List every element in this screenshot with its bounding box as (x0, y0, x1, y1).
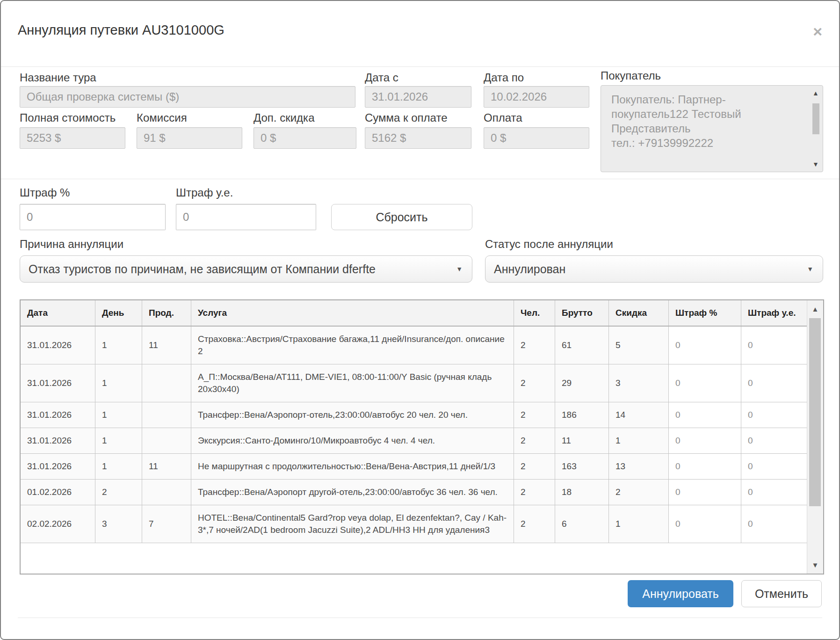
extra-discount-field: 0 $ (253, 127, 356, 149)
modal-title: Аннуляция путевки AU3101000G (18, 22, 224, 38)
penalty-percent-cell[interactable]: 0 (669, 402, 741, 428)
service-cell: А_П::Москва/Вена/AT111, DME-VIE1, 08:00-… (191, 364, 514, 402)
penalty-percent-cell[interactable]: 0 (669, 327, 741, 364)
penalty-currency-cell[interactable]: 0 (741, 480, 807, 505)
table-cell: 7 (142, 505, 191, 543)
date-from-label: Дата с (365, 71, 398, 84)
penalty-currency-cell[interactable]: 0 (741, 364, 807, 402)
penalty-percent-cell[interactable]: 0 (669, 480, 741, 505)
chevron-down-icon: ▼ (807, 265, 813, 273)
cancel-button[interactable]: Отменить (741, 580, 822, 607)
status-after-label: Статус после аннуляции (485, 238, 613, 251)
payment-field: 0 $ (484, 127, 589, 149)
penalty-currency-cell[interactable]: 0 (741, 505, 807, 543)
penalty-percent-input[interactable]: 0 (20, 204, 166, 230)
cancel-reason-select[interactable]: Отказ туристов по причинам, не зависящим… (20, 255, 472, 283)
table-row: 31.01.20261Трансфер::Вена/Аэропорт-отель… (21, 402, 807, 428)
buyer-field[interactable]: Покупатель: Партнер- покупатель122 Тесто… (601, 85, 823, 172)
scroll-down-icon[interactable]: ▼ (807, 561, 823, 569)
commission-field: 91 $ (137, 127, 242, 149)
table-scrollbar[interactable]: ▲ ▼ (807, 300, 823, 574)
scrollbar-thumb[interactable] (809, 318, 821, 506)
column-header: Услуга (191, 300, 514, 326)
table-cell: 01.02.2026 (21, 480, 95, 505)
penalty-percent-label: Штраф % (20, 186, 70, 199)
scroll-up-icon[interactable]: ▲ (809, 89, 823, 97)
commission-label: Комиссия (137, 111, 187, 124)
table-cell: 14 (609, 402, 669, 428)
penalty-currency-input[interactable]: 0 (176, 204, 316, 230)
services-table: ДатаДеньПрод.УслугаЧел.БруттоСкидкаШтраф… (20, 299, 824, 575)
scroll-down-icon[interactable]: ▼ (809, 160, 823, 168)
status-after-value: Аннулирован (494, 262, 565, 276)
penalty-currency-cell[interactable]: 0 (741, 327, 807, 364)
annul-button[interactable]: Аннулировать (628, 580, 733, 607)
penalty-percent-cell[interactable]: 0 (669, 428, 741, 453)
scrollbar-thumb[interactable] (812, 103, 819, 134)
table-row: 31.01.20261А_П::Москва/Вена/AT111, DME-V… (21, 364, 807, 402)
service-cell: Трансфер::Вена/Аэропорт другой-отель,23:… (191, 480, 514, 505)
table-cell: 2 (514, 480, 555, 505)
table-cell: 1 (95, 327, 142, 364)
tour-name-label: Название тура (20, 71, 96, 84)
table-cell: 1 (609, 505, 669, 543)
header-divider (1, 66, 839, 67)
table-cell: 31.01.2026 (21, 428, 95, 453)
reset-button[interactable]: Сбросить (331, 204, 472, 230)
date-from-field: 31.01.2026 (365, 86, 471, 108)
payment-label: Оплата (484, 111, 522, 124)
section-divider (1, 179, 839, 179)
service-cell: Страховка::Австрия/Страхование багажа,11… (191, 327, 514, 364)
column-header: День (95, 300, 142, 326)
buyer-text: Покупатель: Партнер- покупатель122 Тесто… (611, 92, 802, 150)
service-cell: HOTEL::Вена/Continental5 Gard?rop veya d… (191, 505, 514, 543)
service-cell: Трансфер::Вена/Аэропорт-отель,23:00:00/а… (191, 402, 514, 428)
column-header: Чел. (514, 300, 555, 326)
table-cell: 31.01.2026 (21, 454, 95, 479)
table-cell: 2 (514, 428, 555, 453)
extra-discount-label: Доп. скидка (253, 111, 315, 124)
amount-to-pay-field: 5162 $ (365, 127, 471, 149)
date-to-label: Дата по (484, 71, 524, 84)
column-header: Брутто (555, 300, 609, 326)
cancellation-modal: Аннуляция путевки AU3101000G × Название … (0, 0, 840, 640)
column-header: Скидка (609, 300, 669, 326)
buyer-scrollbar[interactable]: ▲ ▼ (809, 86, 823, 172)
penalty-percent-cell[interactable]: 0 (669, 454, 741, 479)
table-cell: 2 (95, 480, 142, 505)
table-row: 31.01.2026111Страховка::Австрия/Страхова… (21, 327, 807, 364)
table-cell: 2 (514, 454, 555, 479)
penalty-percent-cell[interactable]: 0 (669, 505, 741, 543)
status-after-select[interactable]: Аннулирован ▼ (485, 255, 823, 283)
table-row: 02.02.202637HOTEL::Вена/Continental5 Gar… (21, 505, 807, 543)
penalty-currency-cell[interactable]: 0 (741, 428, 807, 453)
penalty-currency-cell[interactable]: 0 (741, 402, 807, 428)
column-header: Штраф % (669, 300, 741, 326)
table-cell: 6 (555, 505, 609, 543)
scroll-up-icon[interactable]: ▲ (807, 305, 823, 313)
full-cost-field: 5253 $ (20, 127, 125, 149)
table-cell: 186 (555, 402, 609, 428)
table-cell: 2 (514, 505, 555, 543)
chevron-down-icon: ▼ (456, 265, 463, 273)
table-cell: 1 (609, 428, 669, 453)
table-header-row: ДатаДеньПрод.УслугаЧел.БруттоСкидкаШтраф… (21, 300, 807, 327)
footer-divider (18, 618, 822, 618)
table-cell: 2 (609, 480, 669, 505)
table-cell (142, 480, 191, 505)
table-cell (142, 402, 191, 428)
buyer-label: Покупатель (601, 69, 661, 82)
table-cell: 3 (609, 364, 669, 402)
penalty-currency-cell[interactable]: 0 (741, 454, 807, 479)
close-icon[interactable]: × (813, 23, 822, 39)
penalty-percent-cell[interactable]: 0 (669, 364, 741, 402)
table-cell: 3 (95, 505, 142, 543)
table-row: 01.02.20262Трансфер::Вена/Аэропорт друго… (21, 480, 807, 505)
table-cell: 163 (555, 454, 609, 479)
date-to-field: 10.02.2026 (484, 86, 589, 108)
amount-to-pay-label: Сумма к оплате (365, 111, 447, 124)
full-cost-label: Полная стоимость (20, 111, 116, 124)
table-cell: 18 (555, 480, 609, 505)
column-header: Дата (21, 300, 95, 326)
table-cell: 11 (142, 327, 191, 364)
